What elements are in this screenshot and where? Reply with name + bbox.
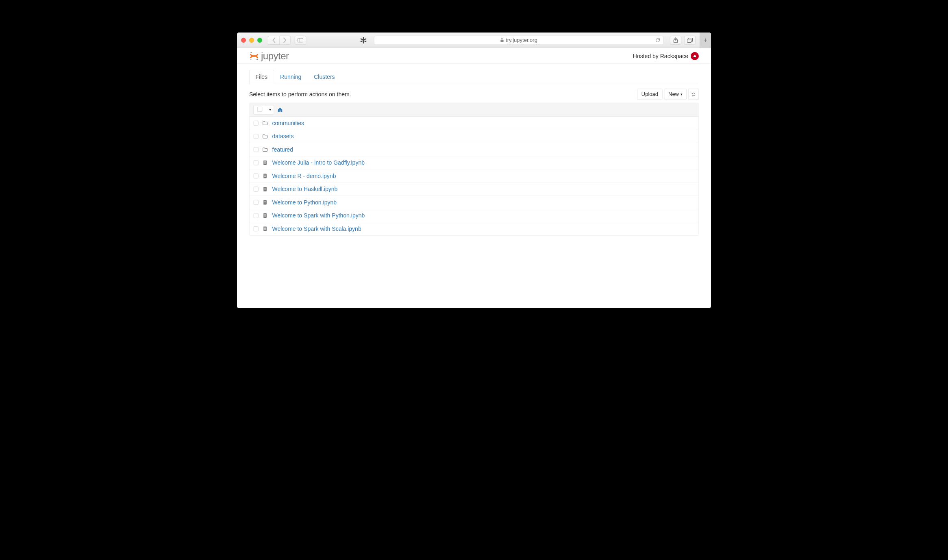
tab-running[interactable]: Running [274,70,308,84]
svg-point-5 [250,52,252,53]
tab-files[interactable]: Files [249,70,274,84]
jupyter-header: jupyter Hosted by Rackspace [237,48,711,64]
new-label: New [668,91,679,98]
list-item: Welcome R - demo.ipynb [250,169,699,183]
item-link[interactable]: Welcome to Python.ipynb [272,199,337,206]
hosted-by-text: Hosted by Rackspace [633,53,688,59]
share-button[interactable] [670,36,681,45]
list-item: Welcome to Haskell.ipynb [250,183,699,196]
svg-rect-0 [298,38,303,42]
chevron-left-icon [272,37,276,43]
list-header: ▾ [250,103,699,117]
list-item: Welcome to Spark with Python.ipynb [250,209,699,223]
item-checkbox[interactable] [254,200,259,205]
upload-button[interactable]: Upload [637,89,662,100]
new-tab-button[interactable]: + [700,33,711,48]
item-link[interactable]: communities [272,120,304,126]
svg-rect-4 [687,39,691,42]
logo-text: jupyter [261,50,289,62]
tab-label: Files [256,74,268,80]
item-checkbox[interactable] [254,161,259,165]
select-all-checkbox[interactable] [254,105,266,114]
notebook-icon [263,226,268,232]
svg-point-6 [257,59,258,60]
browser-titlebar: try.jupyter.org + [237,33,711,48]
folder-icon [263,134,268,139]
extension-button[interactable] [358,36,369,45]
item-link[interactable]: Welcome R - demo.ipynb [272,173,336,179]
refresh-list-button[interactable] [688,89,699,100]
item-checkbox[interactable] [254,174,259,178]
new-button[interactable]: New ▾ [664,89,687,100]
forward-button[interactable] [279,36,291,45]
upload-label: Upload [641,91,658,98]
file-list: ▾ communities datasets [249,103,699,236]
minimize-window-button[interactable] [249,38,254,43]
caret-down-icon: ▾ [681,92,683,96]
item-link[interactable]: Welcome to Haskell.ipynb [272,186,338,193]
svg-rect-2 [501,40,504,42]
tabs-icon [687,38,693,43]
item-checkbox[interactable] [254,213,259,218]
back-button[interactable] [268,36,279,45]
page-content: jupyter Hosted by Rackspace Files Runnin… [237,48,711,308]
toolbar-buttons: Upload New ▾ [637,89,699,100]
item-checkbox[interactable] [254,121,259,126]
sidebar-icon [298,38,303,42]
notebook-icon [263,200,268,205]
sidebar-toggle-button[interactable] [295,36,306,45]
list-item: Welcome to Python.ipynb [250,196,699,209]
home-icon[interactable] [277,107,283,113]
list-item: featured [250,143,699,156]
tab-label: Running [280,74,301,80]
jupyter-logo[interactable]: jupyter [249,50,289,62]
item-checkbox[interactable] [254,187,259,192]
list-item: datasets [250,130,699,143]
item-checkbox[interactable] [254,226,259,231]
tabs: Files Running Clusters [249,70,699,84]
jupyter-logo-icon [249,51,259,61]
nav-back-forward [268,36,291,45]
chevron-right-icon [283,37,287,43]
item-link[interactable]: Welcome to Spark with Python.ipynb [272,213,365,219]
rackspace-icon [691,52,699,60]
asterisk-icon [360,37,367,43]
safari-window: try.jupyter.org + [237,33,711,308]
url-bar[interactable]: try.jupyter.org [374,36,663,45]
hosted-by[interactable]: Hosted by Rackspace [633,52,699,60]
tab-clusters[interactable]: Clusters [308,70,341,84]
tabs-button[interactable] [684,36,696,45]
lock-icon [500,38,504,43]
refresh-icon [691,92,696,96]
notebook-icon [263,160,268,165]
notebook-icon [263,187,268,192]
tab-label: Clusters [314,74,335,80]
item-checkbox[interactable] [254,134,259,139]
maximize-window-button[interactable] [257,38,262,43]
list-item: Welcome to Spark with Scala.ipynb [250,222,699,235]
notebook-icon [263,174,268,179]
item-link[interactable]: featured [272,146,293,153]
toolbar: Select items to perform actions on them.… [249,89,699,100]
notebook-icon [263,213,268,218]
list-item: Welcome Julia - Intro to Gadfly.ipynb [250,156,699,170]
svg-point-7 [250,59,251,60]
item-link[interactable]: Welcome to Spark with Scala.ipynb [272,226,361,232]
caret-down-icon[interactable]: ▾ [266,105,274,114]
right-toolbar-buttons [670,36,696,45]
list-item: communities [250,117,699,130]
select-all-dropdown[interactable]: ▾ [254,105,274,115]
share-icon [673,37,678,43]
refresh-icon[interactable] [655,37,661,43]
url-text: try.jupyter.org [506,37,537,43]
folder-icon [263,121,268,126]
toolbar-info-text: Select items to perform actions on them. [249,91,351,98]
item-link[interactable]: Welcome Julia - Intro to Gadfly.ipynb [272,160,365,166]
item-checkbox[interactable] [254,147,259,152]
main-container: Files Running Clusters Select items to p… [237,64,711,242]
item-link[interactable]: datasets [272,133,294,140]
window-controls [241,38,262,43]
close-window-button[interactable] [241,38,246,43]
folder-icon [263,148,268,152]
